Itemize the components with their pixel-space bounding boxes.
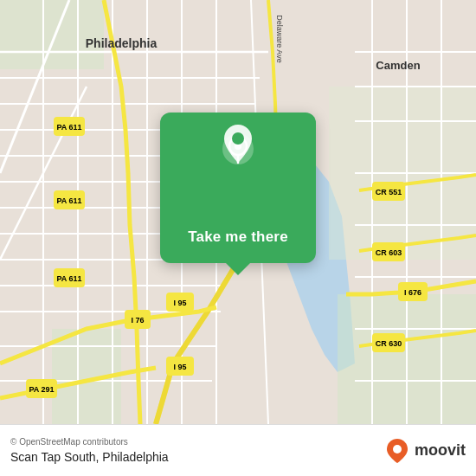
svg-point-68 <box>393 445 402 453</box>
svg-text:PA 611: PA 611 <box>56 123 81 132</box>
svg-text:Camden: Camden <box>376 59 420 72</box>
moovit-logo: moovit <box>383 437 466 465</box>
svg-text:I 76: I 76 <box>131 316 144 325</box>
svg-text:PA 611: PA 611 <box>56 274 81 283</box>
location-pin-icon-main <box>219 123 257 166</box>
svg-text:I 95: I 95 <box>173 363 186 371</box>
take-me-there-label: Take me there <box>188 228 288 246</box>
svg-text:CR 630: CR 630 <box>376 339 402 348</box>
location-info: © OpenStreetMap contributors Scan Tap So… <box>10 437 169 464</box>
svg-text:CR 603: CR 603 <box>376 248 402 257</box>
svg-point-67 <box>232 132 244 145</box>
navigation-popup[interactable]: Take me there <box>160 113 316 263</box>
svg-text:Philadelphia: Philadelphia <box>86 36 158 50</box>
svg-text:I 95: I 95 <box>173 299 186 307</box>
svg-text:PA 291: PA 291 <box>29 385 54 394</box>
location-name: Scan Tap South, Philadelphia <box>10 450 169 464</box>
svg-rect-2 <box>0 0 104 69</box>
moovit-brand-text: moovit <box>415 441 466 460</box>
svg-text:I 676: I 676 <box>404 288 421 297</box>
attribution-text: © OpenStreetMap contributors <box>10 437 169 447</box>
moovit-icon <box>383 437 411 465</box>
bottom-bar: © OpenStreetMap contributors Scan Tap So… <box>0 424 476 476</box>
svg-text:CR 551: CR 551 <box>376 188 402 196</box>
map-container: PA 611 PA 611 PA 611 PA 291 I 95 I 95 I … <box>0 0 476 424</box>
svg-text:PA 611: PA 611 <box>56 196 81 205</box>
svg-text:Delaware Ave: Delaware Ave <box>275 15 284 62</box>
